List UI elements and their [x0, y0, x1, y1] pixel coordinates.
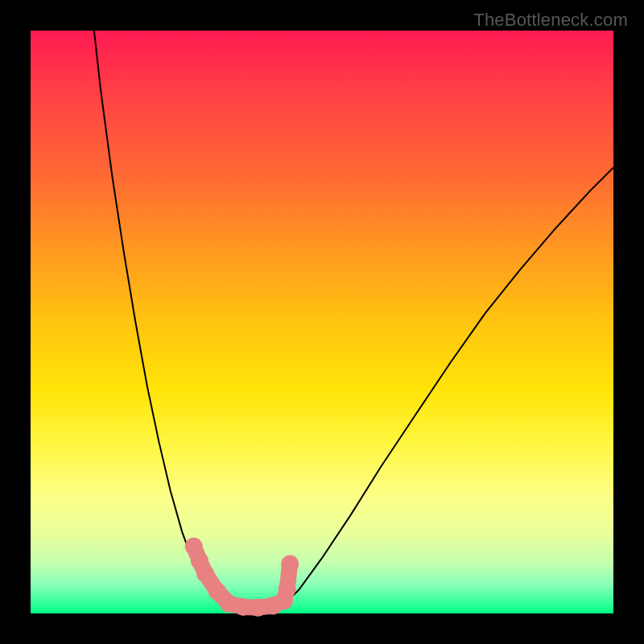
- curve-right: [281, 167, 613, 606]
- curve-overlay: [31, 31, 613, 613]
- plot-area: [31, 31, 613, 613]
- curve-left: [94, 31, 229, 609]
- watermark-text: TheBottleneck.com: [473, 10, 628, 31]
- chart-frame: TheBottleneck.com: [0, 0, 644, 644]
- highlight-dot: [281, 555, 299, 573]
- highlight-dot: [279, 580, 296, 598]
- highlight-dot: [196, 565, 214, 583]
